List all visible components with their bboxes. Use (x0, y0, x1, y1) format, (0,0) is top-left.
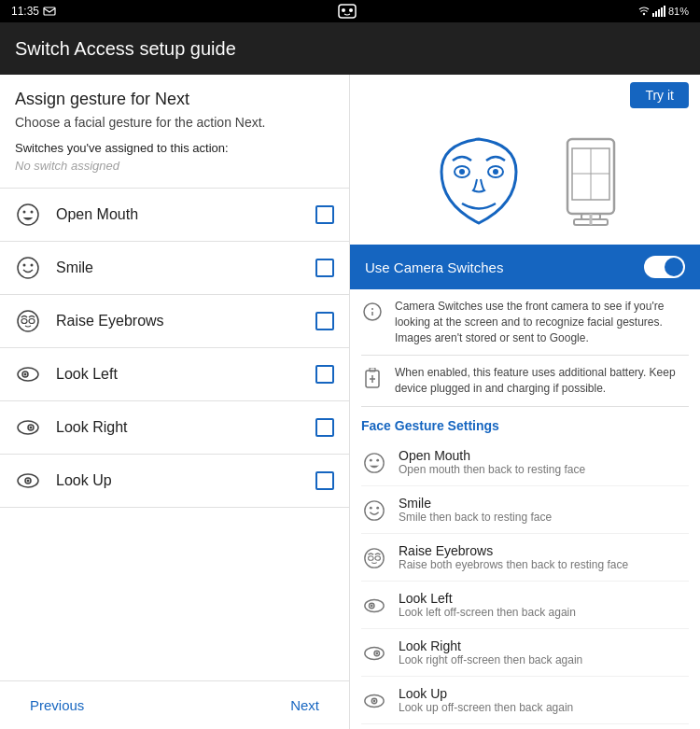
info-items: Camera Switches use the front camera to … (350, 289, 700, 407)
svg-point-16 (18, 311, 38, 331)
switches-assigned-label: Switches you've assigned to this action: (15, 141, 334, 155)
camera-info-icon (361, 301, 384, 323)
bottom-nav: Previous Next (0, 680, 349, 729)
svg-point-53 (369, 556, 374, 561)
svg-point-57 (371, 605, 373, 608)
look-right-icon (15, 414, 41, 441)
look-left-icon (15, 361, 41, 387)
svg-point-29 (459, 169, 465, 175)
svg-point-21 (24, 373, 27, 376)
svg-rect-0 (44, 7, 55, 15)
assign-gesture-title: Assign gesture for Next (15, 90, 334, 109)
right-gesture-text-open-mouth: Open Mouth Open mouth then back to resti… (399, 448, 689, 476)
right-gesture-list: Open Mouth Open mouth then back to resti… (350, 439, 700, 724)
svg-point-4 (643, 13, 645, 15)
smile-icon-right (361, 498, 387, 524)
try-it-button[interactable]: Try it (630, 82, 689, 108)
gesture-checkbox-raise-eyebrows[interactable] (315, 312, 334, 330)
right-gesture-text-look-right: Look Right Look right off-screen then ba… (399, 638, 689, 666)
svg-point-10 (18, 204, 38, 225)
left-panel-content: Assign gesture for Next Choose a facial … (0, 75, 349, 680)
next-button[interactable]: Next (290, 697, 319, 713)
status-icons: 81% (638, 6, 689, 17)
gesture-label-raise-eyebrows: Raise Eyebrows (56, 313, 301, 329)
list-item: Look Up Look up off-screen then back aga… (361, 677, 689, 724)
app-title-bar: Switch Access setup guide (0, 22, 700, 75)
raise-eyebrows-icon-right (361, 545, 387, 571)
open-mouth-icon-right (361, 450, 387, 476)
svg-point-51 (376, 507, 379, 510)
svg-point-52 (365, 549, 384, 568)
signal-icon (652, 6, 665, 17)
gesture-list: Open Mouth Smile Raise Eyebrows (0, 189, 349, 508)
illustration-area (350, 116, 700, 237)
status-bar: 11:35 81% (0, 0, 700, 22)
info-item-battery: When enabled, this feature uses addition… (361, 356, 689, 407)
list-item: Raise Eyebrows Raise both eyebrows then … (361, 534, 689, 582)
svg-point-47 (370, 459, 372, 462)
svg-point-48 (376, 459, 379, 462)
no-switch-assigned: No switch assigned (15, 159, 334, 173)
svg-point-50 (370, 507, 372, 510)
look-up-icon-right (361, 688, 387, 714)
right-gesture-text-smile: Smile Smile then back to resting face (399, 496, 689, 524)
try-it-header: Try it (350, 75, 700, 116)
left-panel: Assign gesture for Next Choose a facial … (0, 75, 350, 729)
message-icon (43, 7, 56, 16)
list-item: Open Mouth Open mouth then back to resti… (361, 439, 689, 486)
list-item[interactable]: Open Mouth (0, 189, 349, 242)
svg-rect-8 (661, 7, 663, 17)
svg-point-15 (31, 264, 34, 267)
gesture-checkbox-look-right[interactable] (315, 418, 334, 437)
svg-point-46 (365, 454, 384, 472)
list-item: Smile Smile then back to resting face (361, 486, 689, 534)
svg-rect-9 (664, 6, 665, 17)
list-item[interactable]: Raise Eyebrows (0, 295, 349, 348)
svg-point-27 (27, 480, 30, 483)
list-item: Look Left Look left off-screen then back… (361, 582, 689, 629)
raise-eyebrows-icon (15, 308, 41, 334)
svg-point-49 (365, 501, 384, 520)
open-mouth-icon (15, 202, 41, 228)
camera-switches-toggle[interactable] (644, 256, 685, 278)
assign-gesture-desc: Choose a facial gesture for the action N… (15, 115, 334, 130)
right-gesture-text-look-left: Look Left Look left off-screen then back… (399, 591, 689, 619)
gesture-checkbox-open-mouth[interactable] (315, 205, 334, 224)
info-text-battery: When enabled, this feature uses addition… (395, 365, 689, 397)
list-item[interactable]: Smile (0, 242, 349, 295)
list-item[interactable]: Look Right (0, 401, 349, 455)
gesture-checkbox-smile[interactable] (315, 259, 334, 277)
right-panel: Try it (350, 75, 700, 729)
list-item[interactable]: Look Left (0, 348, 349, 401)
look-right-icon-right (361, 640, 387, 666)
previous-button[interactable]: Previous (30, 697, 84, 713)
svg-point-31 (493, 169, 498, 175)
gesture-checkbox-look-up[interactable] (315, 471, 334, 490)
app-icon (337, 3, 357, 20)
gesture-label-look-right: Look Right (56, 419, 301, 436)
info-item-camera: Camera Switches use the front camera to … (361, 289, 689, 356)
gesture-checkbox-look-left[interactable] (315, 365, 334, 384)
svg-point-14 (23, 264, 26, 267)
info-text-camera: Camera Switches use the front camera to … (395, 299, 689, 345)
camera-switches-label: Use Camera Switches (365, 259, 503, 275)
camera-switches-bar[interactable]: Use Camera Switches (350, 245, 700, 289)
svg-rect-1 (339, 5, 356, 18)
face-illustration (423, 125, 535, 237)
list-item[interactable]: Look Up (0, 455, 349, 508)
toggle-knob (665, 258, 683, 276)
svg-rect-7 (658, 9, 660, 17)
device-illustration (553, 134, 628, 228)
svg-point-2 (342, 8, 345, 12)
svg-rect-6 (655, 11, 657, 17)
gesture-label-look-left: Look Left (56, 366, 301, 383)
svg-point-54 (375, 556, 381, 561)
svg-point-12 (31, 211, 34, 214)
svg-point-60 (375, 652, 378, 655)
assign-gesture-section: Assign gesture for Next Choose a facial … (0, 75, 349, 188)
smile-icon (15, 255, 41, 281)
face-gesture-settings-title: Face Gesture Settings (350, 407, 700, 439)
svg-point-3 (349, 8, 353, 12)
svg-point-17 (21, 319, 27, 324)
list-item: Look Right Look right off-screen then ba… (361, 629, 689, 677)
